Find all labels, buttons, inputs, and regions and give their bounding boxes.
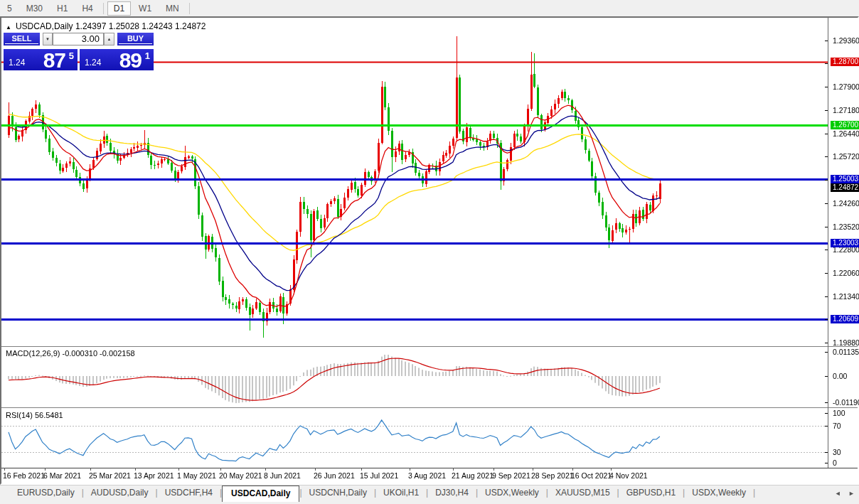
date-axis-label: 1 May 2021 [177, 471, 216, 480]
date-axis-label: 6 Mar 2021 [43, 471, 81, 480]
buy-price-pipette: 1 [145, 50, 150, 61]
chart-window: ▲USDCAD,Daily 1.24397 1.25028 1.24243 1.… [0, 16, 859, 485]
date-axis-label: 3 Aug 2021 [408, 471, 446, 480]
chart-tab-usdchf-h4[interactable]: USDCHF,H4 [158, 486, 220, 500]
rsi-scale-label: 30 [833, 448, 841, 456]
tab-scroll-left-icon[interactable]: ◄ [835, 490, 841, 497]
price-axis-label: 1.21340 [833, 292, 859, 301]
timeframe-toolbar: 5M30H1H4D1W1MN [0, 0, 859, 17]
price-level-badge-1.28700: 1.28700 [831, 58, 859, 66]
date-axis-label: 20 May 2021 [219, 471, 262, 480]
price-axis-label: 1.27180 [833, 106, 859, 114]
chart-tab-usdcad-daily[interactable]: USDCAD,Daily [222, 486, 299, 502]
toolbar-separator [103, 3, 104, 14]
chart-tab-gbpusd-h1[interactable]: GBPUSD,H1 [619, 486, 683, 500]
chevron-up-icon: ▲ [107, 37, 112, 41]
price-level-badge-1.25003: 1.25003 [831, 175, 859, 183]
tab-scroll-right-icon[interactable]: ► [848, 490, 855, 497]
date-axis-label: 15 Jul 2021 [360, 471, 398, 480]
rsi-scale-label: 0 [833, 459, 837, 467]
date-axis-label: 25 Mar 2021 [89, 471, 131, 480]
timeframe-button-D1[interactable]: D1 [107, 1, 131, 16]
sell-price-pipette: 5 [69, 50, 74, 61]
date-axis-label: 16 Oct 2021 [571, 471, 612, 480]
date-axis-label: 8 Jun 2021 [264, 471, 301, 480]
price-axis-label: 1.22060 [833, 269, 859, 277]
date-axis-label: 16 Feb 2021 [3, 471, 45, 480]
timeframe-button-H1[interactable]: H1 [50, 1, 74, 16]
volume-decrease-button[interactable]: ▼ [43, 33, 53, 45]
buy-price-prefix: 1.24 [85, 58, 101, 68]
timeframe-button-5[interactable]: 5 [1, 1, 18, 16]
price-level-badge-1.20609: 1.20609 [831, 315, 859, 323]
one-click-trading-widget: SELL ▼ 3.00 ▲ BUY 1.24 87 5 1.24 89 1 [1, 18, 155, 72]
price-axis-label: 1.24260 [833, 199, 859, 208]
chart-tab-eurusd-daily[interactable]: EURUSD,Daily [10, 486, 82, 500]
chart-tab-usdcnh-daily[interactable]: USDCNH,Daily [302, 486, 374, 500]
price-level-badge-1.26700: 1.26700 [831, 121, 859, 129]
macd-scale-label: 0.00 [833, 372, 847, 380]
price-level-badge-1.23003: 1.23003 [831, 239, 859, 247]
rsi-scale-label: 70 [833, 422, 841, 430]
date-axis-label: 21 Aug 2021 [452, 471, 493, 480]
date-axis-label: 26 Jun 2021 [314, 471, 355, 480]
rsi-indicator-label: RSI(14) 56.5481 [6, 411, 63, 419]
price-axis-label: 1.27900 [833, 82, 859, 91]
timeframe-button-M30[interactable]: M30 [20, 1, 49, 16]
chart-tab-audusd-daily[interactable]: AUDUSD,Daily [84, 486, 156, 500]
buy-button[interactable]: BUY [117, 33, 154, 45]
price-axis-label: 1.19880 [833, 338, 859, 347]
price-chart-canvas[interactable] [1, 18, 858, 483]
chart-tabs: EURUSD,Daily|AUDUSD,Daily|USDCHF,H4|USDC… [0, 486, 755, 501]
sell-price-prefix: 1.24 [9, 58, 25, 68]
price-axis-label: 1.25720 [833, 152, 859, 161]
rsi-scale-label: 100 [833, 409, 845, 417]
price-axis-label: 1.23520 [833, 222, 859, 231]
chart-tab-xauusd-m15[interactable]: XAUUSD,M15 [548, 486, 617, 500]
chart-tab-usdx-weekly[interactable]: USDX,Weekly [478, 486, 546, 500]
macd-scale-label: -0.01190 [833, 398, 859, 407]
chevron-down-icon: ▼ [46, 37, 50, 41]
buy-price-big-digits: 89 [119, 48, 142, 73]
volume-input[interactable]: 3.00 [53, 33, 104, 45]
date-axis-label: 28 Sep 2021 [531, 471, 574, 480]
price-level-badge-1.24872: 1.24872 [831, 183, 859, 192]
sell-price-display[interactable]: 1.24 87 5 [4, 49, 78, 70]
chart-tab-ukoil-h1[interactable]: UKOil,H1 [376, 486, 426, 500]
date-axis-label: 4 Nov 2021 [609, 471, 648, 480]
macd-indicator-label: MACD(12,26,9) -0.000310 -0.002158 [6, 349, 135, 358]
tab-scroll-arrows: ◄ ► [829, 490, 855, 497]
timeframe-button-MN[interactable]: MN [159, 1, 186, 16]
chart-tab-usdx-weekly[interactable]: USDX,Weekly [685, 486, 753, 500]
volume-increase-button[interactable]: ▲ [104, 33, 114, 45]
price-axis-label: 1.26440 [833, 129, 859, 138]
timeframe-button-H4[interactable]: H4 [75, 1, 99, 16]
tab-separator: | [753, 486, 755, 498]
price-axis-label: 1.29360 [833, 36, 859, 45]
timeframe-button-W1[interactable]: W1 [132, 1, 158, 16]
sell-button[interactable]: SELL [4, 33, 40, 45]
date-axis-label: 13 Apr 2021 [134, 471, 174, 480]
mt4-application: 5M30H1H4D1W1MN ▲USDCAD,Daily 1.24397 1.2… [0, 0, 859, 504]
date-axis-label: 9 Sep 2021 [492, 471, 530, 480]
buy-price-display[interactable]: 1.24 89 1 [80, 49, 154, 70]
toolbar-separator [189, 3, 190, 14]
chart-tab-bar: EURUSD,Daily|AUDUSD,Daily|USDCHF,H4|USDC… [0, 485, 859, 504]
sell-price-big-digits: 87 [43, 48, 65, 73]
macd-scale-label: 0.01135 [833, 348, 859, 356]
chart-tab-dj30-h4[interactable]: DJ30,H4 [428, 486, 476, 500]
